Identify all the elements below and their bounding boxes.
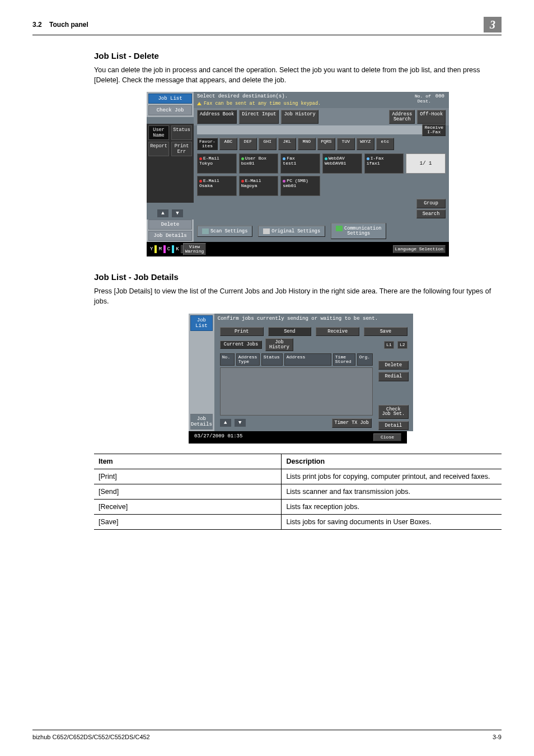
hint-fax-keypad: Fax can be sent at any time using keypad… xyxy=(204,101,321,106)
btn-address-search[interactable]: Address Search xyxy=(389,110,415,124)
idx-abc[interactable]: ABC xyxy=(219,138,237,150)
btn-delete-2[interactable]: Delete xyxy=(378,361,409,370)
table-item: [Send] xyxy=(94,484,282,499)
subtab-report[interactable]: Report xyxy=(148,142,169,156)
heading-jobdetails: Job List - Job Details xyxy=(94,272,502,282)
subtab-user[interactable]: User Name xyxy=(148,125,169,140)
th-description: Description xyxy=(282,454,502,469)
toner-k-label: K xyxy=(176,246,179,252)
dest-osaka[interactable]: E-MailOsaka xyxy=(197,176,237,196)
btn-group[interactable]: Group xyxy=(416,199,446,208)
arrow-up-icon[interactable]: ▲ xyxy=(157,209,168,217)
tab-checkjob[interactable]: Check Job xyxy=(148,105,192,115)
col-timestored: Time Stored xyxy=(333,353,355,366)
btn-view-warning[interactable]: View Warning xyxy=(183,243,207,255)
col-status: Status xyxy=(261,353,283,366)
dest-ifax1[interactable]: I-Faxifax1 xyxy=(364,153,404,174)
screenshot-joblist-details: Job List Job Details Confirm jobs curren… xyxy=(189,314,407,444)
btn-detail[interactable]: Detail xyxy=(378,421,409,431)
btn-comm-settings[interactable]: Communication Settings xyxy=(331,223,386,239)
tab-jobdetails-2[interactable]: Job Details xyxy=(190,414,213,430)
btn-jobdetails-left[interactable]: Job Details xyxy=(148,231,192,241)
section-num: 3.2 xyxy=(32,21,42,29)
btn-original-settings[interactable]: Original Settings xyxy=(258,226,325,237)
timestamp: 03/27/2009 01:35 xyxy=(194,433,242,441)
idx-favorites[interactable]: Favor- ites xyxy=(197,138,218,150)
btn-timer-tx-job[interactable]: Timer TX Job xyxy=(332,418,372,428)
idx-etc[interactable]: etc xyxy=(376,138,394,150)
btn-redial[interactable]: Redial xyxy=(378,372,409,381)
btn-scan-settings[interactable]: Scan Settings xyxy=(197,226,252,237)
dest-test1[interactable]: Faxtest1 xyxy=(280,153,320,174)
btn-current-jobs[interactable]: Current Jobs xyxy=(220,340,262,349)
tab-joblist-2[interactable]: Job List xyxy=(190,315,213,331)
arrow-up-icon-2[interactable]: ▲ xyxy=(220,419,231,427)
th-item: Item xyxy=(94,454,282,469)
table-item: [Receive] xyxy=(94,499,282,514)
body-delete: You can delete the job in process and ca… xyxy=(94,65,502,85)
arrow-down-icon[interactable]: ▼ xyxy=(172,209,183,217)
tab-send[interactable]: Send xyxy=(268,327,312,337)
table-item: [Save] xyxy=(94,514,282,529)
no-of-dest-value: 000 xyxy=(435,94,444,104)
arrow-down-icon-2[interactable]: ▼ xyxy=(235,419,246,427)
comm-icon xyxy=(336,226,343,231)
table-desc: Lists jobs for saving documents in User … xyxy=(282,514,502,529)
msg-select-dest: Select desired destination(s). xyxy=(194,92,449,101)
btn-direct-input[interactable]: Direct Input xyxy=(239,110,279,124)
btn-language-selection[interactable]: Language Selection xyxy=(393,245,446,253)
footer-model: bizhub C652/C652DS/C552/C552DS/C452 xyxy=(32,734,150,740)
dest-smb01[interactable]: PC (SMB)smb01 xyxy=(280,176,320,196)
page-indicator: 1/ 1 xyxy=(406,153,446,174)
idx-mno[interactable]: MNO xyxy=(298,138,316,150)
warning-icon xyxy=(197,102,202,105)
dest-nagoya[interactable]: E-MailNagoya xyxy=(239,176,279,196)
idx-jkl[interactable]: JKL xyxy=(278,138,296,150)
chapter-badge: 3 xyxy=(484,17,502,32)
btn-address-book[interactable]: Address Book xyxy=(197,110,237,124)
idx-ghi[interactable]: GHI xyxy=(259,138,277,150)
subtab-printerr[interactable]: Print Err xyxy=(171,142,192,156)
item-description-table: Item Description [Print]Lists print jobs… xyxy=(94,454,502,530)
tab-joblist[interactable]: Job List xyxy=(148,94,192,104)
btn-l1[interactable]: L1 xyxy=(384,341,394,349)
toner-c-bar xyxy=(172,245,174,253)
toner-m-bar xyxy=(163,245,166,253)
idx-pqrs[interactable]: PQRS xyxy=(317,138,335,150)
tab-print[interactable]: Print xyxy=(220,327,264,337)
toner-y-label: Y xyxy=(150,246,153,252)
scan-icon xyxy=(202,228,209,234)
subtab-status[interactable]: Status xyxy=(171,125,192,140)
job-list-area xyxy=(220,367,373,416)
dest-box01[interactable]: User Boxbox01 xyxy=(239,153,279,174)
col-no: No. xyxy=(220,353,235,366)
btn-l2[interactable]: L2 xyxy=(397,341,407,349)
btn-receive-ifax[interactable]: Receive I-Fax xyxy=(422,124,446,136)
screenshot-joblist-delete: Job List Check Job User Name Status Repo… xyxy=(147,92,449,256)
btn-close[interactable]: Close xyxy=(373,433,401,441)
tab-save[interactable]: Save xyxy=(364,327,407,337)
tab-receive[interactable]: Receive xyxy=(316,327,359,337)
toner-c-label: C xyxy=(167,246,170,252)
col-addresstype: Address Type xyxy=(236,353,260,366)
dest-tokyo[interactable]: E-MailTokyo xyxy=(197,153,237,174)
toner-y-bar xyxy=(154,245,157,253)
idx-wxyz[interactable]: WXYZ xyxy=(357,138,374,150)
no-of-dest-label: No. of Dest. xyxy=(415,94,431,104)
section-title: Touch panel xyxy=(49,21,88,29)
table-desc: Lists scanner and fax transmission jobs. xyxy=(282,484,502,499)
col-org: Org. xyxy=(357,353,373,366)
btn-job-history[interactable]: Job History xyxy=(281,110,318,124)
btn-off-hook[interactable]: Off-Hook xyxy=(417,110,446,124)
btn-search[interactable]: Search xyxy=(416,209,446,219)
btn-job-history-2[interactable]: Job History xyxy=(265,338,293,351)
footer-page: 3-9 xyxy=(493,734,502,740)
dest-webdav01[interactable]: WebDAVWebDAV01 xyxy=(322,153,362,174)
table-item: [Print] xyxy=(94,469,282,484)
original-icon xyxy=(263,228,270,234)
btn-delete-left[interactable]: Delete xyxy=(148,220,192,230)
btn-check-job-set[interactable]: Check Job Set. xyxy=(378,405,409,419)
msg-confirm-jobs: Confirm jobs currently sending or waitin… xyxy=(214,314,413,324)
idx-def[interactable]: DEF xyxy=(239,138,257,150)
idx-tuv[interactable]: TUV xyxy=(337,138,355,150)
